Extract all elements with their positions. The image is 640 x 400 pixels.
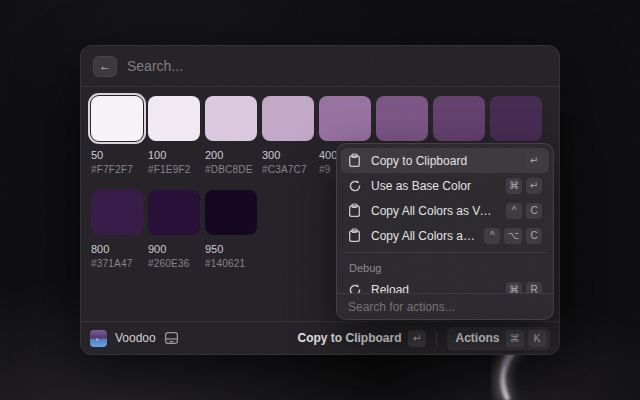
menu-item-shortcut: ⌘↵ (506, 178, 542, 194)
swatch-hex: #F1E9F2 (148, 164, 200, 175)
menu-item-label: Copy to Clipboard (371, 154, 517, 168)
swatch-hex: #DBC8DE (205, 164, 257, 175)
app-icon: › (90, 330, 107, 347)
back-button[interactable]: ← (93, 56, 117, 77)
menu-item[interactable]: Copy All Colors as JSON ^⌥C (341, 223, 549, 248)
keycap: C (526, 203, 542, 219)
swatch-cell: 100 #F1E9F2 (148, 96, 200, 175)
swatch-label: 800 (91, 243, 143, 255)
menu-item[interactable]: Copy All Colors as Variable Declara… ^C (341, 198, 549, 223)
keycap: ⌘ (506, 330, 525, 347)
swatch-label: 100 (148, 149, 200, 161)
keycap: ↵ (408, 330, 426, 347)
clipboard-icon (348, 203, 362, 218)
actions-search-input[interactable]: Search for actions... (337, 293, 553, 319)
swatch-label: 300 (262, 149, 314, 161)
color-swatch-950[interactable] (205, 190, 257, 235)
color-swatch-100[interactable] (148, 96, 200, 141)
keycap: ⌘ (506, 178, 522, 194)
search-bar: ← Search... (81, 46, 559, 87)
keycap: R (526, 282, 542, 294)
actions-menu: Copy to Clipboard ↵ Use as Base Color ⌘↵… (336, 143, 554, 320)
keycap: K (528, 330, 546, 347)
keycap: ↵ (526, 178, 542, 194)
swatch-cell: 950 #140621 (205, 190, 257, 269)
menu-item-label: Use as Base Color (371, 179, 497, 193)
refresh-icon (348, 178, 362, 193)
clipboard-icon (348, 228, 362, 243)
swatch-hex: #140621 (205, 258, 257, 269)
arrow-left-icon: ← (99, 60, 111, 72)
swatch-label: 900 (148, 243, 200, 255)
menu-item[interactable]: Use as Base Color ⌘↵ (341, 173, 549, 198)
reload-icon (348, 282, 362, 293)
menu-divider (343, 252, 547, 253)
menu-section-label: Debug (341, 257, 549, 277)
keycap: C (526, 228, 542, 244)
menu-item-label: Copy All Colors as Variable Declara… (371, 204, 497, 218)
swatch-hex: #F7F2F7 (91, 164, 143, 175)
color-swatch-300[interactable] (262, 96, 314, 141)
swatch-cell: 800 #371A47 (91, 190, 143, 269)
swatch-label: 950 (205, 243, 257, 255)
swatch-cell: 300 #C3A7C7 (262, 96, 314, 175)
swatch-cell: 50 #F7F2F7 (91, 96, 143, 175)
footer-divider (436, 331, 437, 346)
menu-item-shortcut: ↵ (526, 153, 542, 169)
menu-item[interactable]: Copy to Clipboard ↵ (341, 148, 549, 173)
swatch-cell: 900 #260E36 (148, 190, 200, 269)
palette-window: ← Search... 50 #F7F2F7 100 #F1E9F2 200 #… (80, 45, 560, 355)
menu-item-label: Reload (371, 283, 497, 294)
swatch-hex: #260E36 (148, 258, 200, 269)
search-input[interactable]: Search... (127, 58, 547, 74)
app-icon-glyph: › (96, 336, 98, 343)
actions-button-keys: ⌘K (506, 330, 547, 347)
footer-actions: Copy to Clipboard ↵ Actions ⌘K (297, 327, 550, 350)
keycap: ↵ (526, 153, 542, 169)
primary-action-keys: ↵ (408, 330, 426, 347)
actions-menu-list: Copy to Clipboard ↵ Use as Base Color ⌘↵… (337, 144, 553, 293)
app-name: Voodoo (115, 331, 156, 345)
color-swatch-5[interactable] (376, 96, 428, 141)
color-swatch-900[interactable] (148, 190, 200, 235)
keycap: ^ (506, 203, 522, 219)
app-info: › Voodoo (90, 330, 179, 347)
swatch-hex: #371A47 (91, 258, 143, 269)
color-swatch-200[interactable] (205, 96, 257, 141)
keycap: ^ (484, 228, 500, 244)
color-swatch-50[interactable] (91, 96, 143, 141)
primary-action-label[interactable]: Copy to Clipboard (297, 331, 401, 345)
color-swatch-7[interactable] (490, 96, 542, 141)
keycap: ⌘ (506, 282, 522, 294)
status-bar: › Voodoo Copy to Clipboard ↵ Actions ⌘K (81, 321, 559, 354)
color-swatch-800[interactable] (91, 190, 143, 235)
menu-item-shortcut: ⌘R (506, 282, 542, 294)
save-icon (164, 331, 179, 345)
actions-button-label: Actions (455, 331, 499, 345)
swatch-label: 200 (205, 149, 257, 161)
menu-item[interactable]: Reload ⌘R (341, 277, 549, 293)
swatch-hex: #C3A7C7 (262, 164, 314, 175)
color-swatch-400[interactable] (319, 96, 371, 141)
color-swatch-6[interactable] (433, 96, 485, 141)
menu-item-shortcut: ^C (506, 203, 542, 219)
actions-button[interactable]: Actions ⌘K (447, 327, 550, 350)
menu-item-shortcut: ^⌥C (484, 228, 542, 244)
swatch-label: 50 (91, 149, 143, 161)
clipboard-icon (348, 153, 362, 168)
swatch-cell: 200 #DBC8DE (205, 96, 257, 175)
menu-item-label: Copy All Colors as JSON (371, 229, 475, 243)
keycap: ⌥ (504, 228, 522, 244)
